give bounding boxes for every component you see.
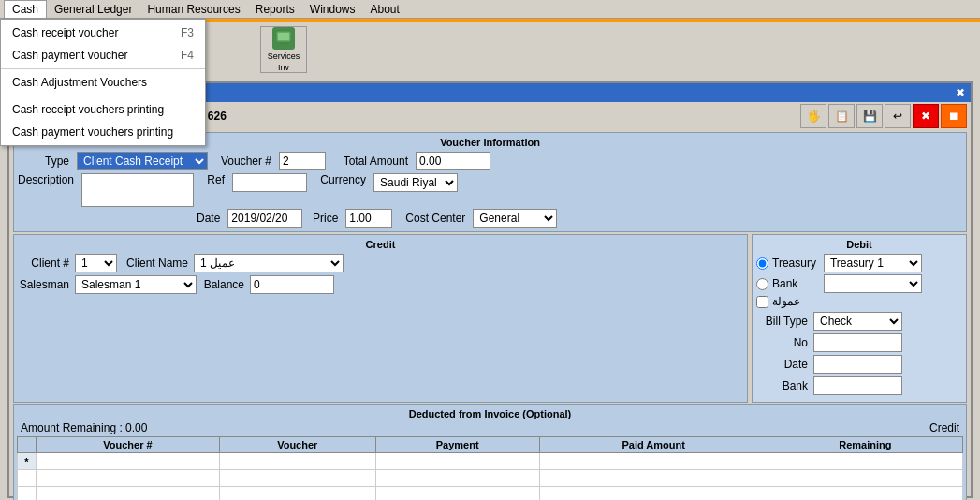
price-input[interactable] [345,209,392,228]
menu-cash[interactable]: Cash [4,0,47,18]
copy-icon: 📋 [835,110,849,123]
row-payment[interactable] [375,453,539,470]
menu-item-cash-payment[interactable]: Cash payment voucher F4 [1,44,205,66]
currency-select[interactable]: Saudi Riyal [373,173,458,192]
bank2-label: Bank [756,379,808,392]
ref-input[interactable] [232,173,307,192]
client-hash-label: Client # [18,257,69,270]
date-label: Date [197,212,220,225]
bill-type-select[interactable]: Check [813,312,902,331]
menu-item-receipt-printing[interactable]: Cash receipt vouchers printing [1,98,205,121]
stop-icon: ⏹ [948,110,959,123]
total-amount-input[interactable] [416,152,490,170]
treasury-label: Treasury [772,257,816,270]
no-input[interactable] [813,333,902,352]
col-indicator [18,437,37,453]
date2-row: Date [756,355,962,374]
col-voucher: Voucher [219,437,375,453]
client-num-select[interactable]: 1 [75,254,117,272]
commission-checkbox[interactable] [756,296,768,308]
invoice-title: Deducted from Invoice (Optional) [17,408,963,419]
separator-1 [1,68,205,69]
table-row-new: * [18,453,963,470]
row-paid-amount[interactable] [539,453,768,470]
row-voucher[interactable] [219,453,375,470]
inv-label: Inv [278,63,289,72]
menu-general-ledger[interactable]: General Ledger [47,1,139,18]
bill-type-label: Bill Type [756,315,808,328]
bank-row: Bank [756,274,962,293]
salesman-select[interactable]: Salesman 1 [75,275,197,294]
voucher-num-input[interactable] [279,152,326,170]
menu-about[interactable]: About [363,1,407,18]
stop-button[interactable]: ⏹ [941,104,967,128]
client-row: Client # 1 Client Name عميل 1 [18,254,743,272]
commission-row: عمولة [756,295,962,308]
close-icon[interactable]: ✖ [956,86,965,99]
date-input[interactable] [227,209,302,228]
menu-item-cash-receipt[interactable]: Cash receipt voucher F3 [1,22,205,44]
toolbar: Services Inv [253,22,980,78]
price-label: Price [310,212,338,225]
services-inv-button[interactable]: Services Inv [260,26,307,73]
treasury-select[interactable]: Treasury 1 [824,254,922,272]
client-name-select[interactable]: عميل 1 [194,254,344,272]
separator-2 [1,96,205,96]
cost-center-select[interactable]: General [473,209,557,228]
journal-value: 626 [208,110,227,123]
treasury-radio[interactable] [756,257,768,270]
services-label: Services [268,51,300,61]
hand-button[interactable]: 🖐 [800,104,826,128]
treasury-row: Treasury Treasury 1 [756,254,962,272]
debit-section: Debit Treasury Treasury 1 Bank [752,234,967,403]
row-asterisk: * [18,453,37,470]
menu-reports[interactable]: Reports [248,1,302,18]
type-label: Type [18,154,69,168]
credit-title: Credit [18,239,743,250]
close-icon2: ✖ [921,110,930,123]
menu-item-cash-adjustment[interactable]: Cash Adjustment Vouchers [1,71,205,94]
bank2-input[interactable] [813,376,902,395]
services-icon [272,27,295,50]
menu-item-payment-printing[interactable]: Cash payment vouchers printing [1,121,205,143]
date2-input[interactable] [813,355,902,374]
bank2-row: Bank [756,376,962,395]
balance-label: Balance [202,278,244,291]
ref-label: Ref [201,173,225,186]
close-button[interactable]: ✖ [913,104,939,128]
table-row-2 [18,487,963,501]
description-input[interactable] [81,173,194,207]
refresh-button[interactable]: ↩ [885,104,911,128]
row-remaining[interactable] [768,453,962,470]
type-select[interactable]: Client Cash Receipt [77,152,208,170]
bill-type-row: Bill Type Check [756,312,962,331]
save-button[interactable]: 💾 [856,104,883,128]
invoice-sub: Amount Remaining : 0.00 Credit [17,419,963,436]
invoice-table: Voucher # Voucher Payment Paid Amount Re… [17,436,963,500]
cost-center-label: Cost Center [400,212,465,225]
client-name-label: Client Name [123,257,188,270]
no-row: No [756,333,962,352]
row-voucher-num[interactable] [37,453,220,470]
menu-windows[interactable]: Windows [302,1,363,18]
total-amount-label: Total Amount [333,154,408,168]
invoice-section: Deducted from Invoice (Optional) Amount … [13,404,967,500]
credit-section: Credit Client # 1 Client Name عميل 1 Sal… [13,234,748,403]
date2-label: Date [756,358,808,371]
menu-human-resources[interactable]: Human Resources [139,1,247,18]
commission-label: عمولة [772,295,800,308]
bank-select[interactable] [824,274,922,293]
refresh-icon: ↩ [893,110,902,123]
col-remaining: Remaining [768,437,962,453]
salesman-label: Salesman [18,278,69,291]
balance-input[interactable] [250,275,334,294]
svg-rect-1 [278,33,289,40]
credit-debit-container: Credit Client # 1 Client Name عميل 1 Sal… [13,234,967,403]
bank-radio[interactable] [756,278,768,290]
menubar: Cash General Ledger Human Resources Repo… [0,0,980,19]
copy-button[interactable]: 📋 [828,104,855,128]
debit-title: Debit [756,239,962,250]
currency-label: Currency [314,173,366,186]
bank-label: Bank [772,277,797,290]
save-icon: 💾 [863,110,877,123]
